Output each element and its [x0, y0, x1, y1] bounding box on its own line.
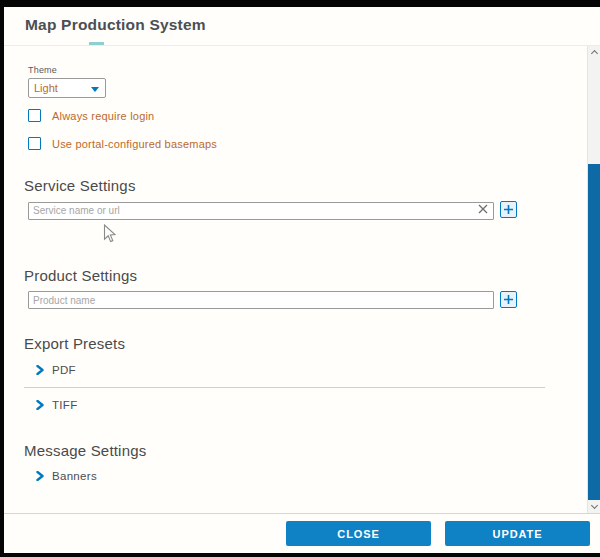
product-input-wrap [28, 290, 494, 310]
divider [24, 387, 545, 388]
product-name-input[interactable] [28, 291, 494, 309]
export-preset-pdf-expander[interactable]: PDF [35, 362, 560, 378]
dialog-footer: CLOSE UPDATE [4, 513, 600, 553]
settings-dialog: Map Production System Theme Light Always… [4, 7, 600, 553]
service-settings-heading: Service Settings [24, 177, 560, 194]
portal-basemaps-checkbox[interactable] [28, 137, 41, 150]
banners-expander[interactable]: Banners [35, 468, 560, 484]
message-settings-heading: Message Settings [24, 442, 560, 459]
chevron-right-icon [35, 471, 45, 481]
screenshot-root: Map Production System Theme Light Always… [0, 0, 600, 557]
window-frame-top [0, 0, 600, 7]
plus-icon [503, 204, 514, 215]
theme-select[interactable]: Light [28, 78, 106, 98]
checkbox-row-always-require-login: Always require login [28, 109, 560, 122]
settings-content: Theme Light Always require login Use por… [4, 46, 600, 484]
chevron-down-icon [91, 87, 99, 92]
product-input-row [28, 290, 560, 310]
always-require-login-checkbox[interactable] [28, 109, 41, 122]
theme-label: Theme [28, 65, 560, 75]
theme-selected-value: Light [29, 82, 58, 94]
add-product-button[interactable] [500, 291, 517, 308]
export-preset-label: TIFF [52, 399, 77, 411]
service-name-input[interactable] [28, 202, 494, 220]
scrollbar-track[interactable] [588, 59, 600, 500]
add-service-button[interactable] [500, 201, 517, 218]
product-settings-heading: Product Settings [24, 267, 560, 284]
page-title: Map Production System [25, 16, 206, 34]
service-input-wrap [28, 200, 494, 220]
scroll-down-icon[interactable] [588, 500, 600, 513]
scrollbar-thumb[interactable] [588, 164, 600, 500]
service-input-row [28, 200, 560, 220]
export-presets-heading: Export Presets [24, 335, 560, 352]
checkbox-label[interactable]: Use portal-configured basemaps [52, 138, 217, 150]
chevron-right-icon [35, 365, 45, 375]
export-preset-label: PDF [52, 364, 76, 376]
export-preset-tiff-expander[interactable]: TIFF [35, 397, 560, 413]
checkbox-row-portal-basemaps: Use portal-configured basemaps [28, 137, 560, 150]
scroll-up-icon[interactable] [588, 46, 600, 59]
checkbox-label[interactable]: Always require login [52, 110, 154, 122]
chevron-right-icon [35, 400, 45, 410]
message-setting-label: Banners [52, 470, 97, 482]
update-button[interactable]: UPDATE [445, 521, 590, 546]
dialog-header: Map Production System [4, 7, 600, 45]
close-button[interactable]: CLOSE [286, 521, 431, 546]
plus-icon [503, 294, 514, 305]
vertical-scrollbar [587, 46, 600, 513]
clear-x-icon[interactable] [478, 204, 488, 214]
dialog-body: Theme Light Always require login Use por… [4, 45, 600, 513]
window-frame-bottom [0, 553, 600, 557]
